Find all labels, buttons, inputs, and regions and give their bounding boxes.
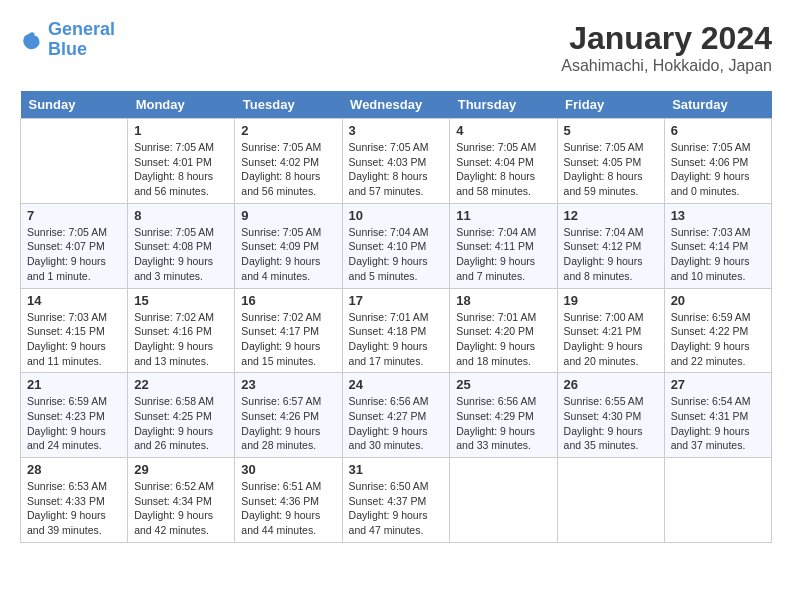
day-info: Sunrise: 7:02 AMSunset: 4:17 PMDaylight:… [241, 310, 335, 369]
day-info: Sunrise: 7:05 AMSunset: 4:05 PMDaylight:… [564, 140, 658, 199]
calendar-cell: 17Sunrise: 7:01 AMSunset: 4:18 PMDayligh… [342, 288, 450, 373]
logo-icon [20, 28, 44, 52]
calendar-cell: 8Sunrise: 7:05 AMSunset: 4:08 PMDaylight… [128, 203, 235, 288]
day-number: 24 [349, 377, 444, 392]
calendar-cell: 24Sunrise: 6:56 AMSunset: 4:27 PMDayligh… [342, 373, 450, 458]
day-info: Sunrise: 7:04 AMSunset: 4:10 PMDaylight:… [349, 225, 444, 284]
calendar-table: SundayMondayTuesdayWednesdayThursdayFrid… [20, 91, 772, 543]
day-number: 16 [241, 293, 335, 308]
day-of-week-header: Tuesday [235, 91, 342, 119]
day-info: Sunrise: 7:04 AMSunset: 4:12 PMDaylight:… [564, 225, 658, 284]
calendar-body: 1Sunrise: 7:05 AMSunset: 4:01 PMDaylight… [21, 119, 772, 543]
day-number: 9 [241, 208, 335, 223]
day-info: Sunrise: 7:00 AMSunset: 4:21 PMDaylight:… [564, 310, 658, 369]
calendar-week-row: 14Sunrise: 7:03 AMSunset: 4:15 PMDayligh… [21, 288, 772, 373]
day-info: Sunrise: 6:55 AMSunset: 4:30 PMDaylight:… [564, 394, 658, 453]
calendar-cell: 18Sunrise: 7:01 AMSunset: 4:20 PMDayligh… [450, 288, 557, 373]
calendar-cell: 20Sunrise: 6:59 AMSunset: 4:22 PMDayligh… [664, 288, 771, 373]
location-title: Asahimachi, Hokkaido, Japan [561, 57, 772, 75]
calendar-cell: 2Sunrise: 7:05 AMSunset: 4:02 PMDaylight… [235, 119, 342, 204]
day-info: Sunrise: 6:56 AMSunset: 4:29 PMDaylight:… [456, 394, 550, 453]
day-number: 7 [27, 208, 121, 223]
day-number: 13 [671, 208, 765, 223]
day-info: Sunrise: 7:05 AMSunset: 4:06 PMDaylight:… [671, 140, 765, 199]
day-number: 10 [349, 208, 444, 223]
day-number: 27 [671, 377, 765, 392]
day-number: 15 [134, 293, 228, 308]
day-info: Sunrise: 7:05 AMSunset: 4:08 PMDaylight:… [134, 225, 228, 284]
calendar-cell: 27Sunrise: 6:54 AMSunset: 4:31 PMDayligh… [664, 373, 771, 458]
day-of-week-header: Sunday [21, 91, 128, 119]
calendar-cell: 12Sunrise: 7:04 AMSunset: 4:12 PMDayligh… [557, 203, 664, 288]
page-header: General Blue January 2024 Asahimachi, Ho… [20, 20, 772, 75]
day-of-week-header: Wednesday [342, 91, 450, 119]
calendar-cell: 4Sunrise: 7:05 AMSunset: 4:04 PMDaylight… [450, 119, 557, 204]
calendar-cell: 1Sunrise: 7:05 AMSunset: 4:01 PMDaylight… [128, 119, 235, 204]
day-number: 5 [564, 123, 658, 138]
day-number: 1 [134, 123, 228, 138]
calendar-cell: 25Sunrise: 6:56 AMSunset: 4:29 PMDayligh… [450, 373, 557, 458]
calendar-cell: 11Sunrise: 7:04 AMSunset: 4:11 PMDayligh… [450, 203, 557, 288]
day-number: 11 [456, 208, 550, 223]
calendar-cell [21, 119, 128, 204]
calendar-cell: 23Sunrise: 6:57 AMSunset: 4:26 PMDayligh… [235, 373, 342, 458]
calendar-cell: 10Sunrise: 7:04 AMSunset: 4:10 PMDayligh… [342, 203, 450, 288]
day-number: 3 [349, 123, 444, 138]
day-info: Sunrise: 6:52 AMSunset: 4:34 PMDaylight:… [134, 479, 228, 538]
calendar-cell: 30Sunrise: 6:51 AMSunset: 4:36 PMDayligh… [235, 458, 342, 543]
calendar-cell: 7Sunrise: 7:05 AMSunset: 4:07 PMDaylight… [21, 203, 128, 288]
day-info: Sunrise: 7:05 AMSunset: 4:02 PMDaylight:… [241, 140, 335, 199]
day-info: Sunrise: 7:05 AMSunset: 4:09 PMDaylight:… [241, 225, 335, 284]
day-info: Sunrise: 6:54 AMSunset: 4:31 PMDaylight:… [671, 394, 765, 453]
days-header: SundayMondayTuesdayWednesdayThursdayFrid… [21, 91, 772, 119]
calendar-cell: 15Sunrise: 7:02 AMSunset: 4:16 PMDayligh… [128, 288, 235, 373]
logo: General Blue [20, 20, 115, 60]
day-info: Sunrise: 7:05 AMSunset: 4:01 PMDaylight:… [134, 140, 228, 199]
day-number: 21 [27, 377, 121, 392]
day-info: Sunrise: 7:05 AMSunset: 4:03 PMDaylight:… [349, 140, 444, 199]
calendar-week-row: 21Sunrise: 6:59 AMSunset: 4:23 PMDayligh… [21, 373, 772, 458]
day-of-week-header: Thursday [450, 91, 557, 119]
day-info: Sunrise: 7:02 AMSunset: 4:16 PMDaylight:… [134, 310, 228, 369]
calendar-cell: 3Sunrise: 7:05 AMSunset: 4:03 PMDaylight… [342, 119, 450, 204]
day-number: 26 [564, 377, 658, 392]
day-info: Sunrise: 7:01 AMSunset: 4:18 PMDaylight:… [349, 310, 444, 369]
day-info: Sunrise: 6:56 AMSunset: 4:27 PMDaylight:… [349, 394, 444, 453]
day-info: Sunrise: 6:59 AMSunset: 4:22 PMDaylight:… [671, 310, 765, 369]
day-info: Sunrise: 6:57 AMSunset: 4:26 PMDaylight:… [241, 394, 335, 453]
day-number: 29 [134, 462, 228, 477]
calendar-cell: 21Sunrise: 6:59 AMSunset: 4:23 PMDayligh… [21, 373, 128, 458]
day-info: Sunrise: 7:03 AMSunset: 4:15 PMDaylight:… [27, 310, 121, 369]
day-number: 31 [349, 462, 444, 477]
calendar-week-row: 7Sunrise: 7:05 AMSunset: 4:07 PMDaylight… [21, 203, 772, 288]
day-info: Sunrise: 6:58 AMSunset: 4:25 PMDaylight:… [134, 394, 228, 453]
day-of-week-header: Saturday [664, 91, 771, 119]
calendar-title-area: January 2024 Asahimachi, Hokkaido, Japan [561, 20, 772, 75]
day-number: 12 [564, 208, 658, 223]
calendar-cell: 28Sunrise: 6:53 AMSunset: 4:33 PMDayligh… [21, 458, 128, 543]
day-number: 30 [241, 462, 335, 477]
day-number: 22 [134, 377, 228, 392]
calendar-cell: 19Sunrise: 7:00 AMSunset: 4:21 PMDayligh… [557, 288, 664, 373]
calendar-cell: 14Sunrise: 7:03 AMSunset: 4:15 PMDayligh… [21, 288, 128, 373]
day-number: 4 [456, 123, 550, 138]
day-number: 8 [134, 208, 228, 223]
day-number: 19 [564, 293, 658, 308]
day-info: Sunrise: 6:50 AMSunset: 4:37 PMDaylight:… [349, 479, 444, 538]
day-number: 23 [241, 377, 335, 392]
day-number: 6 [671, 123, 765, 138]
calendar-cell: 9Sunrise: 7:05 AMSunset: 4:09 PMDaylight… [235, 203, 342, 288]
day-number: 25 [456, 377, 550, 392]
calendar-cell: 16Sunrise: 7:02 AMSunset: 4:17 PMDayligh… [235, 288, 342, 373]
calendar-week-row: 28Sunrise: 6:53 AMSunset: 4:33 PMDayligh… [21, 458, 772, 543]
calendar-cell: 26Sunrise: 6:55 AMSunset: 4:30 PMDayligh… [557, 373, 664, 458]
day-number: 2 [241, 123, 335, 138]
day-number: 28 [27, 462, 121, 477]
day-info: Sunrise: 7:04 AMSunset: 4:11 PMDaylight:… [456, 225, 550, 284]
day-info: Sunrise: 7:05 AMSunset: 4:04 PMDaylight:… [456, 140, 550, 199]
day-info: Sunrise: 7:03 AMSunset: 4:14 PMDaylight:… [671, 225, 765, 284]
day-number: 14 [27, 293, 121, 308]
day-info: Sunrise: 6:53 AMSunset: 4:33 PMDaylight:… [27, 479, 121, 538]
calendar-cell: 6Sunrise: 7:05 AMSunset: 4:06 PMDaylight… [664, 119, 771, 204]
day-info: Sunrise: 6:59 AMSunset: 4:23 PMDaylight:… [27, 394, 121, 453]
